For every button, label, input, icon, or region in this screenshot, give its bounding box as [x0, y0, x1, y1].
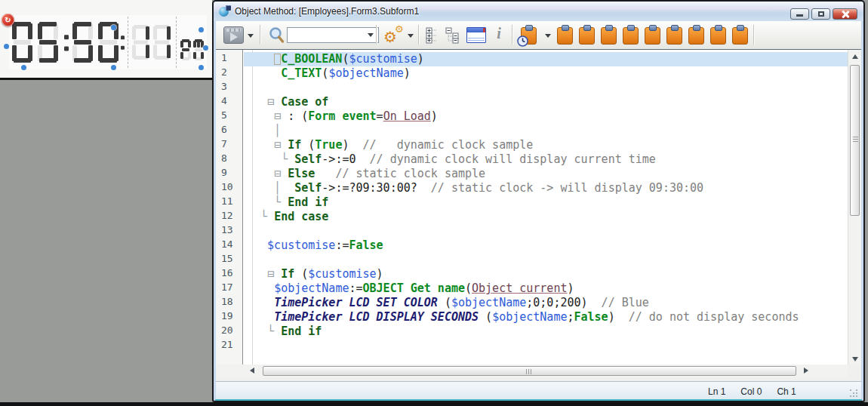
fold-structure[interactable]: ⊟ [247, 267, 281, 281]
close-button[interactable] [833, 8, 857, 20]
status-char: Ch 1 [777, 386, 796, 397]
selection-handle[interactable] [111, 25, 116, 30]
selection-handle[interactable] [111, 65, 116, 70]
titlebar[interactable]: Object Method: [Employees].Form3.Subform… [214, 2, 863, 21]
fold-structure[interactable]: ⊟ [247, 95, 281, 109]
fold-structure[interactable] [247, 310, 274, 324]
information-icon[interactable] [494, 25, 504, 42]
line-number: 11 [216, 195, 242, 210]
code-area[interactable]: C_BOOLEAN($customise) C_TEXT($objectName… [244, 50, 848, 364]
fold-structure[interactable]: ⊟ [247, 167, 288, 180]
vertical-scroll-thumb[interactable] [850, 65, 860, 216]
fold-structure[interactable]: ⊟ [247, 109, 288, 123]
lcd-second-digit [153, 25, 171, 63]
code-line-4[interactable]: ⊟ Case of [244, 95, 848, 109]
fold-structure[interactable]: └ [247, 152, 294, 166]
fold-structure[interactable]: ⊟ [247, 138, 288, 152]
scroll-right-button[interactable] [799, 364, 811, 377]
fold-structure[interactable]: └ [247, 324, 281, 338]
line-number: 3 [216, 81, 242, 95]
search-dropdown-arrow[interactable] [368, 33, 374, 37]
fold-structure[interactable] [247, 281, 274, 295]
line-number: 19 [216, 310, 242, 324]
code-line-1[interactable]: C_BOOLEAN($customise) [244, 52, 848, 66]
selection-handle[interactable] [203, 45, 208, 51]
clipboard-icon-1[interactable] [557, 27, 573, 45]
lcd-colon [64, 22, 69, 66]
clipboard-icon-4[interactable] [623, 27, 639, 45]
search-combobox[interactable] [287, 27, 379, 43]
code-line-3[interactable] [244, 81, 848, 95]
object-method-badge[interactable] [2, 14, 14, 26]
method-properties-icon[interactable] [466, 27, 486, 43]
code-line-19[interactable]: TimePicker LCD DISPLAY SECONDS ($objectN… [244, 310, 848, 324]
clipboard-buttons [557, 27, 748, 45]
form-editor-panel [0, 0, 212, 80]
clipboard-icon-9[interactable] [732, 27, 748, 45]
expand-all-icon[interactable] [426, 27, 439, 44]
scroll-left-button[interactable] [246, 364, 259, 377]
search-input[interactable] [289, 29, 368, 42]
horizontal-scroll-thumb[interactable] [263, 366, 796, 376]
minimize-button[interactable] [790, 8, 809, 20]
line-number: 16 [216, 267, 242, 281]
clipboard-icon-2[interactable] [579, 27, 595, 45]
clipboard-icon-3[interactable] [601, 27, 617, 45]
fold-structure[interactable] [247, 52, 274, 66]
run-method-button[interactable] [223, 26, 244, 44]
code-line-7[interactable]: ⊟ If (True) // dynamic clock sample [244, 138, 848, 152]
scroll-up-button[interactable] [848, 50, 861, 63]
code-line-21[interactable] [244, 339, 848, 353]
fold-structure[interactable] [247, 238, 267, 252]
maximize-button[interactable] [811, 8, 830, 20]
resize-grip[interactable] [850, 389, 857, 397]
clipboard-icon-8[interactable] [710, 27, 726, 45]
fold-structure[interactable]: └ [247, 195, 288, 209]
clipboard-dropdown-arrow[interactable] [545, 34, 551, 38]
code-line-18[interactable]: TimePicker LCD SET COLOR ($objectName;0;… [244, 296, 848, 310]
clipboard-icon-6[interactable] [666, 27, 682, 45]
lcd-meridiem-letter [180, 39, 191, 63]
code-line-5[interactable]: ⊟ : (Form event=On Load) [244, 109, 848, 124]
code-line-20[interactable]: └ End if [244, 324, 848, 339]
fold-structure[interactable] [247, 296, 274, 309]
clipboard-icon-7[interactable] [688, 27, 704, 45]
code-line-8[interactable]: └ Self->:=0 // dynamic clock will displa… [244, 152, 848, 167]
code-line-17[interactable]: $objectName:=OBJECT Get name(Object curr… [244, 281, 848, 296]
fold-structure[interactable]: │ [247, 181, 294, 195]
clock-icon [517, 35, 528, 47]
code-line-2[interactable]: C_TEXT($objectName) [244, 66, 848, 81]
code-line-11[interactable]: └ End if [244, 195, 848, 210]
code-line-14[interactable]: $customise:=False [244, 238, 848, 253]
vertical-scrollbar[interactable] [848, 50, 861, 364]
collapse-all-icon[interactable] [445, 27, 463, 44]
fold-structure[interactable] [247, 66, 281, 80]
code-line-16[interactable]: ⊟ If ($customise) [244, 267, 848, 281]
toolbar-separator [418, 25, 419, 45]
code-line-6[interactable]: │ [244, 124, 848, 138]
run-dropdown-arrow[interactable] [248, 34, 254, 38]
lcd-separator [176, 17, 177, 68]
line-number: 13 [216, 224, 242, 238]
code-line-13[interactable] [244, 224, 848, 238]
settings-dropdown-arrow[interactable] [408, 34, 414, 38]
code-line-15[interactable] [244, 253, 848, 267]
selection-handle[interactable] [21, 65, 26, 70]
selection-handle[interactable] [199, 65, 204, 70]
selection-handle[interactable] [4, 44, 9, 49]
object-method-icon [219, 5, 231, 17]
toolbar-separator [260, 25, 260, 45]
fold-structure[interactable]: │ [247, 124, 281, 137]
code-line-12[interactable]: └ End case [244, 210, 848, 224]
fold-structure[interactable]: └ [247, 210, 274, 223]
code-line-10[interactable]: │ Self->:=?09:30:00? // static clock -> … [244, 181, 848, 195]
lcd-clock-widget[interactable] [9, 15, 207, 69]
line-number: 10 [216, 181, 242, 195]
horizontal-scrollbar[interactable] [216, 364, 861, 377]
code-line-9[interactable]: ⊟ Else // static clock sample [244, 167, 848, 181]
clipboard-history-button[interactable] [521, 27, 537, 45]
selection-handle[interactable] [199, 27, 204, 32]
clipboard-icon-5[interactable] [645, 27, 660, 45]
scroll-down-button[interactable] [848, 352, 861, 364]
method-settings-button[interactable] [383, 23, 406, 46]
